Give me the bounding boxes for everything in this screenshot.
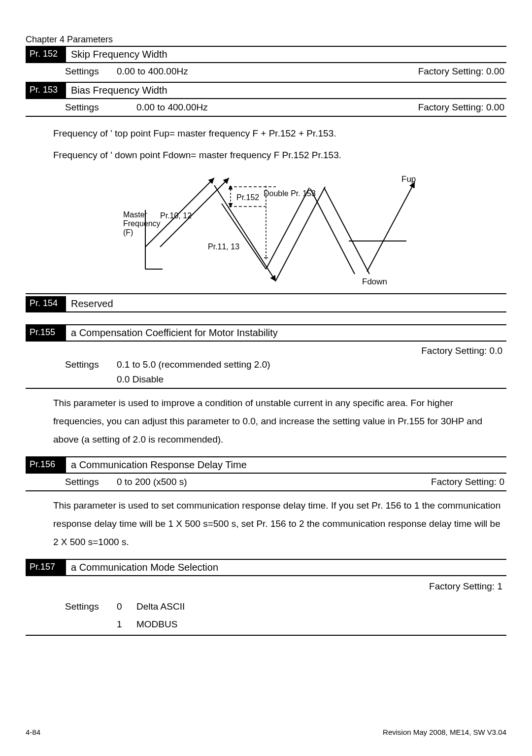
page-number: 4-84 <box>26 728 40 736</box>
diagram-pr1113: Pr.11, 13 <box>208 242 239 251</box>
pr157-options: Settings 0 Delta ASCII 1 MODBUS <box>26 598 506 632</box>
pr-title-155: a Compensation Coefficient for Motor Ins… <box>66 325 506 341</box>
pr-label-154: Pr. 154 <box>26 296 66 311</box>
diagram-svg: Master Frequency (F) Pr.10, 12 Pr.152 Do… <box>94 168 438 291</box>
svg-line-16 <box>367 182 415 272</box>
settings-label-empty <box>65 374 117 385</box>
settings-value: 0 to 200 (x500 s) <box>117 477 431 487</box>
pr-label-157: Pr.157 <box>26 560 66 575</box>
settings-label: Settings <box>65 66 117 77</box>
option-row-1: 1 MODBUS <box>65 616 506 633</box>
pr153-settings: Settings 0.00 to 400.00Hz Factory Settin… <box>26 99 506 117</box>
pr152-settings: Settings 0.00 to 400.00Hz Factory Settin… <box>26 63 506 80</box>
pr-title-152: Skip Frequency Width <box>66 47 506 62</box>
pr-title-154: Reserved <box>66 296 506 311</box>
settings-label: Settings <box>65 477 117 487</box>
pr-title-157: a Communication Mode Selection <box>66 560 506 575</box>
settings-label: Settings <box>65 598 117 615</box>
pr155-settings-2: 0.0 Disable <box>26 373 506 389</box>
pr-label-153: Pr. 153 <box>26 83 66 98</box>
settings-label: Settings <box>65 102 117 113</box>
param-155-row: Pr.155 a Compensation Coefficient for Mo… <box>26 325 506 342</box>
param-153-row: Pr. 153 Bias Frequency Width <box>26 83 506 99</box>
diagram-master-l1: Master <box>123 210 148 219</box>
pr157-factory-row: Factory Setting: 1 <box>26 576 506 598</box>
diagram-double153: Double Pr. 153 <box>264 189 316 198</box>
option-num: 1 <box>117 616 136 633</box>
pr-label-155: Pr.155 <box>26 325 66 341</box>
param-157-row: Pr.157 a Communication Mode Selection <box>26 560 506 576</box>
pr155-description: This parameter is used to improve a cond… <box>26 389 506 448</box>
page: Chapter 4 Parameters Pr. 152 Skip Freque… <box>0 0 532 756</box>
factory-setting: Factory Setting: 0.0 <box>421 345 504 356</box>
settings-value: 0.00 to 400.00Hz <box>117 66 418 77</box>
fdown-formula: Frequency of ' down point Fdown= master … <box>53 146 506 164</box>
fup-formula: Frequency of ' top point Fup= master fre… <box>53 125 506 142</box>
pr-title-156: a Communication Response Delay Time <box>66 457 506 473</box>
factory-setting: Factory Setting: 0 <box>431 477 506 487</box>
param-154-row: Pr. 154 Reserved <box>26 296 506 312</box>
diagram-master-l3: (F) <box>123 228 133 237</box>
revision-info: Revision May 2008, ME14, SW V3.04 <box>383 728 506 736</box>
pr-title-153: Bias Frequency Width <box>66 83 506 98</box>
diagram-master-l2: Frequency <box>123 219 161 228</box>
param-156-row: Pr.156 a Communication Response Delay Ti… <box>26 457 506 474</box>
frequency-diagram: Master Frequency (F) Pr.10, 12 Pr.152 Do… <box>26 168 506 291</box>
footer: 4-84 Revision May 2008, ME14, SW V3.04 <box>26 728 506 736</box>
svg-line-14 <box>310 189 355 274</box>
param-152-row: Pr. 152 Skip Frequency Width <box>26 47 506 63</box>
option-row-0: Settings 0 Delta ASCII <box>65 598 506 615</box>
divider <box>26 635 506 636</box>
pr155-desc-text: This parameter is used to improve a cond… <box>53 394 506 448</box>
pr155-factory-row: Factory Setting: 0.0 <box>26 342 506 359</box>
option-label: Delta ASCII <box>136 598 185 615</box>
svg-line-11 <box>276 187 325 280</box>
factory-setting: Factory Setting: 0.00 <box>418 66 506 77</box>
diagram-fdown: Fdown <box>362 277 387 286</box>
svg-line-8 <box>222 204 266 269</box>
settings-value: 0.1 to 5.0 (recommended setting 2.0) <box>117 359 506 370</box>
pr156-settings: Settings 0 to 200 (x500 s) Factory Setti… <box>26 474 506 491</box>
pr156-description: This parameter is used to set communicat… <box>26 491 506 551</box>
settings-value-2: 0.0 Disable <box>117 374 506 385</box>
pr155-settings: Settings 0.1 to 5.0 (recommended setting… <box>26 359 506 373</box>
pr156-desc-text: This parameter is used to set communicat… <box>53 496 506 551</box>
divider <box>26 293 506 294</box>
factory-setting: Factory Setting: 0.00 <box>418 102 506 113</box>
factory-setting: Factory Setting: 1 <box>429 581 504 592</box>
pr-label-152: Pr. 152 <box>26 47 66 62</box>
diagram-fup: Fup <box>401 174 416 184</box>
frequency-explanation: Frequency of ' top point Fup= master fre… <box>26 117 506 164</box>
settings-value: 0.00 to 400.00Hz <box>117 102 418 113</box>
pr-label-156: Pr.156 <box>26 457 66 473</box>
option-label: MODBUS <box>136 616 177 633</box>
chapter-header: Chapter 4 Parameters <box>26 34 506 45</box>
option-num: 0 <box>117 598 136 615</box>
settings-label: Settings <box>65 359 117 370</box>
diagram-pr1012: Pr.10, 12 <box>160 211 192 220</box>
diagram-pr152: Pr.152 <box>236 193 259 202</box>
svg-line-13 <box>324 188 369 274</box>
